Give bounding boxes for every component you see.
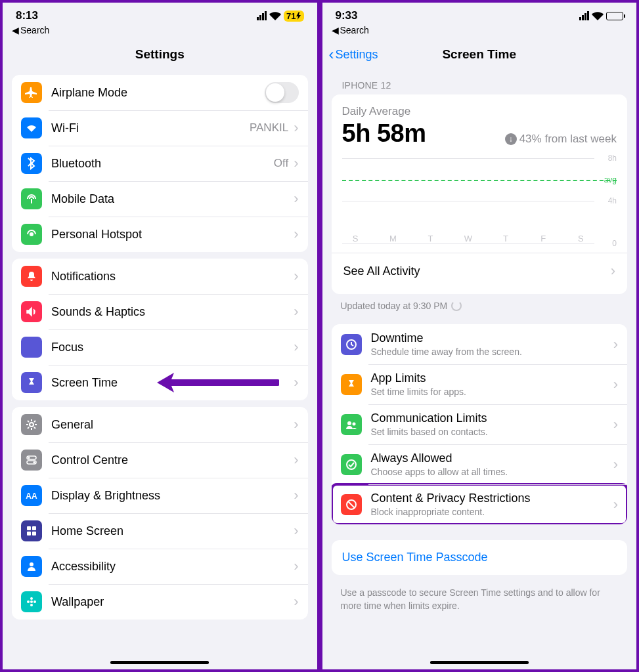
chart-bar: W — [454, 231, 481, 243]
svg-rect-7 — [27, 526, 31, 530]
battery-badge: 71 — [284, 10, 303, 22]
row-label: Home Screen — [51, 524, 294, 538]
chart-xlabel: M — [389, 234, 397, 243]
settings-row-bluetooth[interactable]: BluetoothOff› — [12, 146, 308, 181]
phone-screentime: 9:33 ◀Search ‹Settings Screen Time IPHON… — [320, 0, 640, 672]
row-label: Notifications — [51, 270, 294, 284]
row-subtitle: Set limits based on contacts. — [371, 427, 613, 437]
settings-row-wi-fi[interactable]: Wi-FiPANKIL› — [12, 110, 308, 146]
gear-icon — [21, 414, 42, 435]
svg-point-5 — [33, 461, 35, 463]
home-indicator[interactable] — [110, 661, 209, 664]
screentime-row-app-limits[interactable]: App LimitsSet time limits for apps.› — [332, 364, 628, 404]
row-label: General — [51, 418, 294, 432]
chevron-right-icon: › — [294, 522, 298, 539]
home-indicator[interactable] — [430, 661, 529, 664]
row-subtitle: Choose apps to allow at all times. — [371, 467, 613, 477]
settings-row-home-screen[interactable]: Home Screen› — [12, 513, 308, 549]
settings-row-general[interactable]: General› — [12, 407, 308, 442]
svg-point-18 — [347, 421, 351, 425]
nosign-icon — [341, 494, 362, 515]
antenna-icon — [21, 188, 42, 209]
row-label: Display & Brightness — [51, 489, 294, 503]
row-label: Airplane Mode — [51, 86, 265, 100]
switches-icon — [21, 450, 42, 471]
usage-chart: 8h4h0avgSMTWTFS — [342, 158, 617, 243]
svg-point-15 — [27, 600, 30, 603]
chevron-right-icon: › — [613, 416, 618, 433]
use-passcode-link[interactable]: Use Screen Time Passcode — [332, 540, 628, 575]
toggle-switch[interactable] — [265, 82, 299, 103]
settings-row-notifications[interactable]: Notifications› — [12, 259, 308, 294]
settings-group: General›Control Centre›AADisplay & Brigh… — [12, 407, 308, 620]
chart-xlabel: W — [464, 234, 472, 243]
settings-row-focus[interactable]: Focus› — [12, 329, 308, 365]
row-value: PANKIL — [250, 121, 288, 135]
screentime-row-always-allowed[interactable]: Always AllowedChoose apps to allow at al… — [332, 444, 628, 484]
chart-ylabel: 0 — [612, 239, 617, 248]
chevron-right-icon: › — [294, 268, 298, 285]
trend-down-icon: ↓ — [505, 133, 517, 145]
screentime-row-communication-limits[interactable]: Communication LimitsSet limits based on … — [332, 404, 628, 444]
moon-icon — [21, 337, 42, 358]
row-title: Content & Privacy Restrictions — [371, 492, 613, 505]
settings-row-accessibility[interactable]: Accessibility› — [12, 549, 308, 584]
settings-row-airplane-mode[interactable]: Airplane Mode — [12, 75, 308, 110]
wifi-icon — [21, 117, 42, 138]
row-label: Wi-Fi — [51, 121, 250, 135]
hotspot-icon — [21, 224, 42, 245]
people-icon — [341, 414, 362, 435]
navbar: Settings — [3, 38, 317, 68]
speaker-icon — [21, 301, 42, 322]
chart-ylabel: 4h — [608, 196, 617, 205]
clock-icon — [341, 334, 362, 355]
chevron-right-icon: › — [294, 374, 298, 391]
chevron-right-icon: › — [613, 456, 618, 473]
breadcrumb-search[interactable]: ◀Search — [322, 22, 637, 38]
settings-row-control-centre[interactable]: Control Centre› — [12, 442, 308, 478]
settings-row-sounds-haptics[interactable]: Sounds & Haptics› — [12, 294, 308, 329]
row-subtitle: Set time limits for apps. — [371, 387, 613, 397]
row-value: Off — [274, 157, 288, 170]
screentime-row-content-privacy-restrictions[interactable]: Content & Privacy RestrictionsBlock inap… — [332, 484, 628, 524]
signal-icon — [257, 11, 267, 20]
row-label: Bluetooth — [51, 157, 274, 171]
chevron-right-icon: › — [294, 416, 298, 433]
wifi-icon — [269, 12, 281, 20]
usage-card: Daily Average 5h 58m ↓ 43% from last wee… — [332, 94, 628, 294]
signal-icon — [579, 11, 589, 20]
settings-row-screen-time[interactable]: Screen Time› — [12, 365, 308, 400]
settings-row-wallpaper[interactable]: Wallpaper› — [12, 584, 308, 620]
settings-group: Airplane ModeWi-FiPANKIL›BluetoothOff›Mo… — [12, 75, 308, 252]
check-icon — [341, 454, 362, 475]
chart-bar: S — [342, 231, 369, 243]
updated-text: Updated today at 9:30 PM — [322, 294, 637, 314]
chart-xlabel: T — [503, 234, 508, 243]
settings-row-display-brightness[interactable]: AADisplay & Brightness› — [12, 478, 308, 513]
see-all-activity[interactable]: See All Activity › — [342, 253, 617, 284]
back-button[interactable]: ‹Settings — [329, 48, 378, 62]
svg-point-0 — [30, 232, 33, 236]
grid-icon — [21, 520, 42, 541]
row-label: Focus — [51, 341, 294, 354]
svg-point-16 — [33, 600, 36, 603]
svg-point-19 — [352, 422, 355, 425]
screentime-row-downtime[interactable]: DowntimeSchedule time away from the scre… — [332, 324, 628, 364]
row-label: Sounds & Haptics — [51, 305, 294, 319]
bluetooth-icon — [21, 153, 42, 174]
settings-row-personal-hotspot[interactable]: Personal Hotspot› — [12, 217, 308, 252]
row-label: Control Centre — [51, 453, 294, 467]
row-label: Wallpaper — [51, 595, 294, 609]
chart-ylabel: 8h — [608, 154, 617, 163]
chart-bar: M — [380, 231, 407, 243]
chart-xlabel: S — [353, 234, 359, 243]
settings-group: Notifications›Sounds & Haptics›Focus›Scr… — [12, 259, 308, 400]
breadcrumb-search[interactable]: ◀Search — [3, 22, 317, 38]
daily-average-value: 5h 58m — [342, 119, 426, 148]
device-label: IPHONE 12 — [322, 68, 637, 94]
settings-row-mobile-data[interactable]: Mobile Data› — [12, 181, 308, 217]
chevron-right-icon: › — [294, 452, 298, 469]
svg-point-20 — [347, 460, 356, 469]
chevron-right-icon: › — [294, 119, 298, 136]
row-subtitle: Block inappropriate content. — [371, 507, 613, 517]
